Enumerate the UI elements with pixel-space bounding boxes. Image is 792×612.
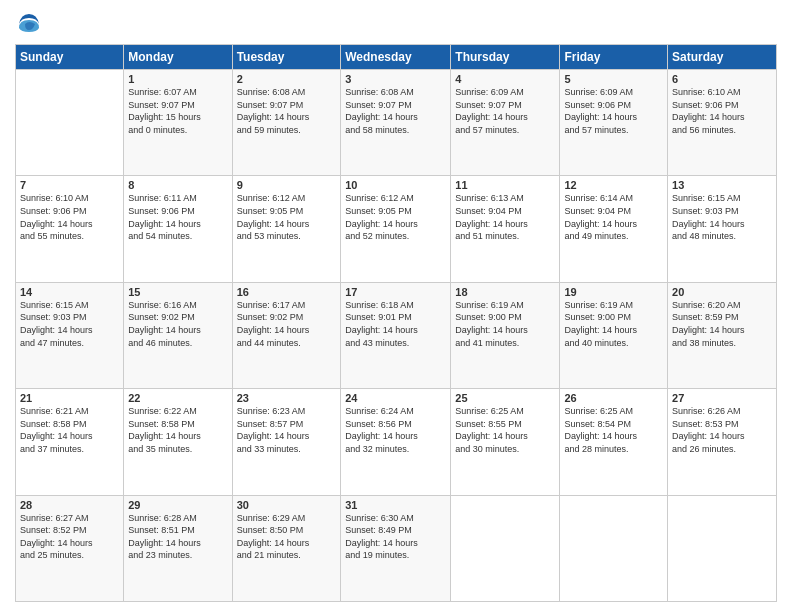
- calendar-cell: 31Sunrise: 6:30 AMSunset: 8:49 PMDayligh…: [341, 495, 451, 601]
- day-number: 10: [345, 179, 446, 191]
- day-number: 16: [237, 286, 337, 298]
- calendar-cell: 10Sunrise: 6:12 AMSunset: 9:05 PMDayligh…: [341, 176, 451, 282]
- day-number: 6: [672, 73, 772, 85]
- cell-info: Sunrise: 6:21 AMSunset: 8:58 PMDaylight:…: [20, 405, 119, 455]
- calendar-cell: 19Sunrise: 6:19 AMSunset: 9:00 PMDayligh…: [560, 282, 668, 388]
- cell-info: Sunrise: 6:27 AMSunset: 8:52 PMDaylight:…: [20, 512, 119, 562]
- calendar-week-row: 7Sunrise: 6:10 AMSunset: 9:06 PMDaylight…: [16, 176, 777, 282]
- weekday-header-row: SundayMondayTuesdayWednesdayThursdayFrid…: [16, 45, 777, 70]
- weekday-header-thursday: Thursday: [451, 45, 560, 70]
- calendar-cell: [16, 70, 124, 176]
- day-number: 27: [672, 392, 772, 404]
- day-number: 9: [237, 179, 337, 191]
- calendar-cell: 25Sunrise: 6:25 AMSunset: 8:55 PMDayligh…: [451, 389, 560, 495]
- cell-info: Sunrise: 6:24 AMSunset: 8:56 PMDaylight:…: [345, 405, 446, 455]
- calendar-cell: 16Sunrise: 6:17 AMSunset: 9:02 PMDayligh…: [232, 282, 341, 388]
- calendar-week-row: 21Sunrise: 6:21 AMSunset: 8:58 PMDayligh…: [16, 389, 777, 495]
- cell-info: Sunrise: 6:13 AMSunset: 9:04 PMDaylight:…: [455, 192, 555, 242]
- day-number: 23: [237, 392, 337, 404]
- calendar-cell: 5Sunrise: 6:09 AMSunset: 9:06 PMDaylight…: [560, 70, 668, 176]
- calendar-cell: 4Sunrise: 6:09 AMSunset: 9:07 PMDaylight…: [451, 70, 560, 176]
- day-number: 18: [455, 286, 555, 298]
- calendar-cell: [560, 495, 668, 601]
- day-number: 17: [345, 286, 446, 298]
- cell-info: Sunrise: 6:12 AMSunset: 9:05 PMDaylight:…: [345, 192, 446, 242]
- day-number: 14: [20, 286, 119, 298]
- cell-info: Sunrise: 6:19 AMSunset: 9:00 PMDaylight:…: [455, 299, 555, 349]
- cell-info: Sunrise: 6:10 AMSunset: 9:06 PMDaylight:…: [20, 192, 119, 242]
- logo: [15, 10, 47, 38]
- calendar-cell: 6Sunrise: 6:10 AMSunset: 9:06 PMDaylight…: [668, 70, 777, 176]
- calendar-cell: 27Sunrise: 6:26 AMSunset: 8:53 PMDayligh…: [668, 389, 777, 495]
- day-number: 5: [564, 73, 663, 85]
- day-number: 7: [20, 179, 119, 191]
- day-number: 21: [20, 392, 119, 404]
- cell-info: Sunrise: 6:17 AMSunset: 9:02 PMDaylight:…: [237, 299, 337, 349]
- weekday-header-friday: Friday: [560, 45, 668, 70]
- day-number: 29: [128, 499, 227, 511]
- cell-info: Sunrise: 6:30 AMSunset: 8:49 PMDaylight:…: [345, 512, 446, 562]
- calendar-cell: 17Sunrise: 6:18 AMSunset: 9:01 PMDayligh…: [341, 282, 451, 388]
- weekday-header-monday: Monday: [124, 45, 232, 70]
- calendar-cell: 26Sunrise: 6:25 AMSunset: 8:54 PMDayligh…: [560, 389, 668, 495]
- calendar-cell: 11Sunrise: 6:13 AMSunset: 9:04 PMDayligh…: [451, 176, 560, 282]
- cell-info: Sunrise: 6:09 AMSunset: 9:06 PMDaylight:…: [564, 86, 663, 136]
- calendar-cell: 21Sunrise: 6:21 AMSunset: 8:58 PMDayligh…: [16, 389, 124, 495]
- cell-info: Sunrise: 6:22 AMSunset: 8:58 PMDaylight:…: [128, 405, 227, 455]
- cell-info: Sunrise: 6:16 AMSunset: 9:02 PMDaylight:…: [128, 299, 227, 349]
- day-number: 1: [128, 73, 227, 85]
- calendar-cell: 30Sunrise: 6:29 AMSunset: 8:50 PMDayligh…: [232, 495, 341, 601]
- cell-info: Sunrise: 6:10 AMSunset: 9:06 PMDaylight:…: [672, 86, 772, 136]
- cell-info: Sunrise: 6:08 AMSunset: 9:07 PMDaylight:…: [237, 86, 337, 136]
- calendar-cell: 1Sunrise: 6:07 AMSunset: 9:07 PMDaylight…: [124, 70, 232, 176]
- weekday-header-wednesday: Wednesday: [341, 45, 451, 70]
- calendar-cell: 29Sunrise: 6:28 AMSunset: 8:51 PMDayligh…: [124, 495, 232, 601]
- day-number: 22: [128, 392, 227, 404]
- day-number: 3: [345, 73, 446, 85]
- day-number: 31: [345, 499, 446, 511]
- cell-info: Sunrise: 6:14 AMSunset: 9:04 PMDaylight:…: [564, 192, 663, 242]
- cell-info: Sunrise: 6:25 AMSunset: 8:55 PMDaylight:…: [455, 405, 555, 455]
- calendar-cell: 23Sunrise: 6:23 AMSunset: 8:57 PMDayligh…: [232, 389, 341, 495]
- day-number: 19: [564, 286, 663, 298]
- day-number: 13: [672, 179, 772, 191]
- calendar-cell: 24Sunrise: 6:24 AMSunset: 8:56 PMDayligh…: [341, 389, 451, 495]
- page: SundayMondayTuesdayWednesdayThursdayFrid…: [0, 0, 792, 612]
- weekday-header-tuesday: Tuesday: [232, 45, 341, 70]
- calendar-cell: 20Sunrise: 6:20 AMSunset: 8:59 PMDayligh…: [668, 282, 777, 388]
- calendar-cell: 7Sunrise: 6:10 AMSunset: 9:06 PMDaylight…: [16, 176, 124, 282]
- weekday-header-sunday: Sunday: [16, 45, 124, 70]
- day-number: 26: [564, 392, 663, 404]
- calendar-cell: [668, 495, 777, 601]
- calendar-cell: 18Sunrise: 6:19 AMSunset: 9:00 PMDayligh…: [451, 282, 560, 388]
- calendar-cell: 9Sunrise: 6:12 AMSunset: 9:05 PMDaylight…: [232, 176, 341, 282]
- cell-info: Sunrise: 6:28 AMSunset: 8:51 PMDaylight:…: [128, 512, 227, 562]
- calendar-cell: 22Sunrise: 6:22 AMSunset: 8:58 PMDayligh…: [124, 389, 232, 495]
- calendar-cell: [451, 495, 560, 601]
- cell-info: Sunrise: 6:12 AMSunset: 9:05 PMDaylight:…: [237, 192, 337, 242]
- day-number: 12: [564, 179, 663, 191]
- day-number: 4: [455, 73, 555, 85]
- cell-info: Sunrise: 6:11 AMSunset: 9:06 PMDaylight:…: [128, 192, 227, 242]
- calendar-cell: 12Sunrise: 6:14 AMSunset: 9:04 PMDayligh…: [560, 176, 668, 282]
- calendar-cell: 15Sunrise: 6:16 AMSunset: 9:02 PMDayligh…: [124, 282, 232, 388]
- day-number: 15: [128, 286, 227, 298]
- calendar-table: SundayMondayTuesdayWednesdayThursdayFrid…: [15, 44, 777, 602]
- cell-info: Sunrise: 6:23 AMSunset: 8:57 PMDaylight:…: [237, 405, 337, 455]
- cell-info: Sunrise: 6:20 AMSunset: 8:59 PMDaylight:…: [672, 299, 772, 349]
- calendar-week-row: 28Sunrise: 6:27 AMSunset: 8:52 PMDayligh…: [16, 495, 777, 601]
- calendar-week-row: 14Sunrise: 6:15 AMSunset: 9:03 PMDayligh…: [16, 282, 777, 388]
- day-number: 30: [237, 499, 337, 511]
- cell-info: Sunrise: 6:09 AMSunset: 9:07 PMDaylight:…: [455, 86, 555, 136]
- day-number: 25: [455, 392, 555, 404]
- header: [15, 10, 777, 38]
- day-number: 28: [20, 499, 119, 511]
- cell-info: Sunrise: 6:07 AMSunset: 9:07 PMDaylight:…: [128, 86, 227, 136]
- calendar-cell: 8Sunrise: 6:11 AMSunset: 9:06 PMDaylight…: [124, 176, 232, 282]
- day-number: 2: [237, 73, 337, 85]
- calendar-week-row: 1Sunrise: 6:07 AMSunset: 9:07 PMDaylight…: [16, 70, 777, 176]
- day-number: 20: [672, 286, 772, 298]
- cell-info: Sunrise: 6:15 AMSunset: 9:03 PMDaylight:…: [20, 299, 119, 349]
- calendar-cell: 28Sunrise: 6:27 AMSunset: 8:52 PMDayligh…: [16, 495, 124, 601]
- calendar-cell: 3Sunrise: 6:08 AMSunset: 9:07 PMDaylight…: [341, 70, 451, 176]
